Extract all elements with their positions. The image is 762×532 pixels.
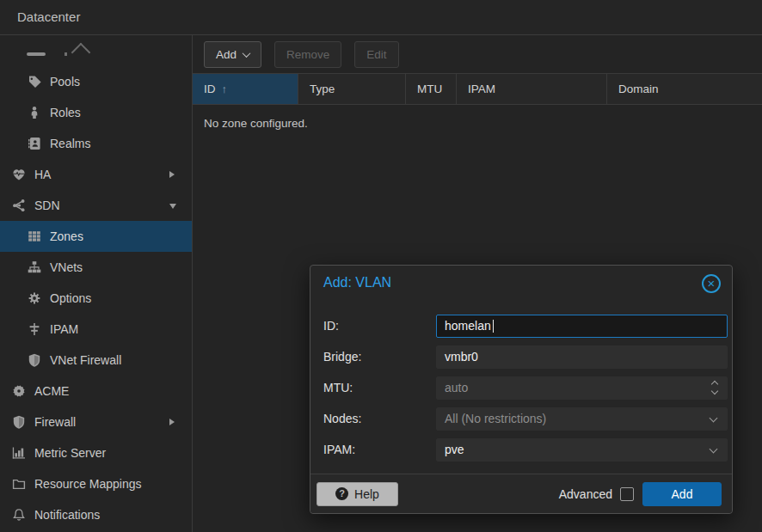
sidebar-item-roles[interactable]: Roles xyxy=(0,97,192,128)
bridge-input[interactable]: vmbr0 xyxy=(436,345,728,369)
remove-button-label: Remove xyxy=(286,48,329,61)
field-row-bridge: Bridge: vmbr0 xyxy=(323,345,728,369)
advanced-checkbox[interactable] xyxy=(620,487,634,501)
sliders-icon xyxy=(27,322,41,337)
sidebar-item-label: IPAM xyxy=(50,322,78,336)
mtu-placeholder: auto xyxy=(445,381,468,394)
heartbeat-icon xyxy=(11,168,26,182)
dialog-header[interactable]: Add: VLAN × xyxy=(310,266,732,303)
field-row-ipam: IPAM: pve xyxy=(323,437,728,462)
chevron-up-icon xyxy=(71,43,91,63)
network-icon xyxy=(11,199,26,213)
column-header-domain[interactable]: Domain xyxy=(607,74,762,104)
remove-button[interactable]: Remove xyxy=(274,41,341,68)
partial-icon xyxy=(27,52,46,56)
ipam-select-value: pve xyxy=(445,443,464,456)
dialog-footer: ? Help Advanced Add xyxy=(310,474,732,513)
help-button[interactable]: ? Help xyxy=(316,482,398,506)
sidebar-item-realms[interactable]: Realms xyxy=(0,128,192,159)
sidebar-item-firewall[interactable]: Firewall xyxy=(0,407,192,437)
help-button-label: Help xyxy=(354,487,379,501)
sidebar-item-label: SDN xyxy=(34,199,60,212)
page-title: Datacenter xyxy=(17,0,80,34)
sidebar-item-label: Resource Mappings xyxy=(34,477,142,491)
caret-right-icon[interactable] xyxy=(169,171,175,178)
column-header-type[interactable]: Type xyxy=(298,74,406,104)
sidebar-item-label: Pools xyxy=(50,75,80,89)
sidebar-item-label: VNets xyxy=(50,260,83,274)
sidebar-item-options[interactable]: Options xyxy=(0,283,192,314)
nodes-select-value: All (No restrictions) xyxy=(445,412,546,425)
sidebar-item-label: ACME xyxy=(34,384,69,398)
add-vlan-dialog: Add: VLAN × ID: homelan Bridge: vmbr0 MT… xyxy=(310,265,733,514)
sidebar-item-acme[interactable]: ACME xyxy=(0,376,192,407)
sidebar-item-metric-server[interactable]: Metric Server xyxy=(0,437,192,468)
sidebar-tree: Pools Roles Realms HA SDN Zones VNets xyxy=(0,35,193,532)
sitemap-icon xyxy=(27,260,41,275)
sidebar-partial-item[interactable] xyxy=(0,35,192,66)
chevron-down-icon xyxy=(243,49,251,58)
field-row-mtu: MTU: auto xyxy=(323,376,728,400)
sidebar-item-notifications[interactable]: Notifications xyxy=(0,499,192,530)
column-header-id[interactable]: ID ↑ xyxy=(193,74,298,104)
chevron-down-icon[interactable] xyxy=(710,444,718,453)
shield-icon xyxy=(27,353,41,368)
ipam-select[interactable]: pve xyxy=(436,438,728,462)
nodes-field-label: Nodes: xyxy=(323,412,436,425)
sidebar-item-label: Metric Server xyxy=(34,446,106,460)
sidebar-item-vnets[interactable]: VNets xyxy=(0,252,192,283)
sidebar-item-sdn[interactable]: SDN xyxy=(0,190,192,221)
sidebar-item-label: VNet Firewall xyxy=(50,353,121,367)
close-icon[interactable]: × xyxy=(702,274,721,293)
field-row-id: ID: homelan xyxy=(323,314,728,338)
edit-button[interactable]: Edit xyxy=(354,41,398,68)
sidebar-item-label: Roles xyxy=(50,106,81,119)
caret-right-icon[interactable] xyxy=(169,419,175,425)
grid-icon xyxy=(27,229,41,244)
sidebar-item-label: HA xyxy=(34,168,51,181)
sidebar-item-label: Firewall xyxy=(34,415,76,429)
sidebar-item-label: Realms xyxy=(50,137,90,150)
sidebar-item-ipam[interactable]: IPAM xyxy=(0,314,192,345)
sidebar-item-ha[interactable]: HA xyxy=(0,159,192,190)
column-header-ipam[interactable]: IPAM xyxy=(457,74,607,104)
add-button[interactable]: Add xyxy=(204,41,261,68)
mtu-field-label: MTU: xyxy=(323,381,436,394)
ipam-field-label: IPAM: xyxy=(323,443,436,456)
mtu-spinner[interactable]: auto xyxy=(436,376,728,400)
nodes-select[interactable]: All (No restrictions) xyxy=(436,407,728,431)
field-row-nodes: Nodes: All (No restrictions) xyxy=(323,407,728,431)
bridge-field-label: Bridge: xyxy=(323,350,436,364)
tags-icon xyxy=(27,75,41,89)
proxmox-datacenter-screen: Datacenter Pools Roles Realms HA SDN xyxy=(0,0,762,532)
folder-icon xyxy=(11,477,26,492)
address-book-icon xyxy=(27,137,41,151)
sidebar-item-zones[interactable]: Zones xyxy=(0,221,192,252)
advanced-label[interactable]: Advanced xyxy=(559,487,612,501)
bridge-input-value: vmbr0 xyxy=(445,350,478,364)
partial-dot xyxy=(65,52,67,56)
id-input[interactable]: homelan xyxy=(436,315,728,338)
sidebar-item-label: Zones xyxy=(50,229,83,243)
gear-icon xyxy=(27,291,41,306)
add-button-label: Add xyxy=(216,48,237,61)
sidebar-item-vnet-firewall[interactable]: VNet Firewall xyxy=(0,345,192,376)
sort-asc-icon: ↑ xyxy=(222,83,228,95)
sidebar-item-pools[interactable]: Pools xyxy=(0,66,192,97)
dialog-body: ID: homelan Bridge: vmbr0 MTU: auto xyxy=(310,303,732,462)
sidebar-item-label: Notifications xyxy=(34,508,100,522)
question-circle-icon: ? xyxy=(335,487,348,500)
sidebar-item-label: Options xyxy=(50,291,91,305)
certificate-icon xyxy=(11,384,26,399)
dialog-add-button[interactable]: Add xyxy=(642,482,722,506)
column-header-mtu[interactable]: MTU xyxy=(406,74,457,104)
sidebar-item-resource-mappings[interactable]: Resource Mappings xyxy=(0,468,192,499)
dialog-title: Add: VLAN xyxy=(323,275,391,290)
shield-icon xyxy=(11,415,26,430)
chevron-down-icon[interactable] xyxy=(710,413,718,422)
spinner-arrows-icon[interactable] xyxy=(712,382,717,394)
zones-table-header: ID ↑ Type MTU IPAM Domain xyxy=(193,74,762,105)
id-field-label: ID: xyxy=(323,319,436,333)
caret-down-icon[interactable] xyxy=(169,204,176,209)
edit-button-label: Edit xyxy=(366,48,386,61)
